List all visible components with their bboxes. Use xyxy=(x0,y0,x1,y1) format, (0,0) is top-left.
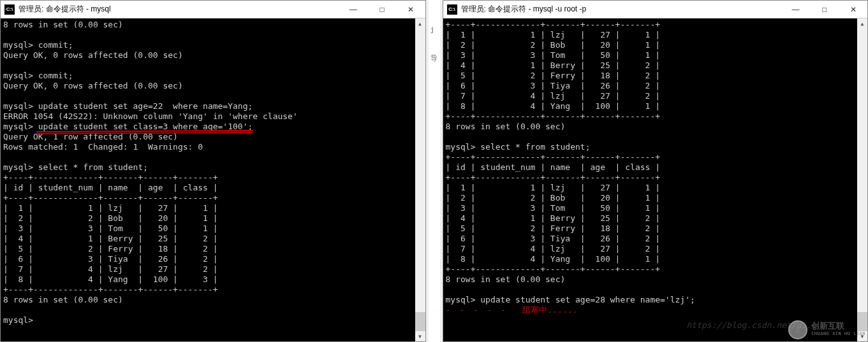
left-window-buttons: — □ ✕ xyxy=(339,1,425,18)
terminal-line: mysql> select * from student; xyxy=(3,162,423,173)
right-window-buttons: — □ ✕ xyxy=(781,1,867,18)
scroll-thumb[interactable] xyxy=(415,312,425,331)
terminal-line: | 1 | 1 | lzj | 27 | 1 | xyxy=(446,183,865,193)
terminal-line xyxy=(446,132,865,142)
scroll-track[interactable] xyxy=(857,29,867,331)
left-window-title: 管理员: 命令提示符 - mysql xyxy=(18,4,339,15)
scroll-track[interactable] xyxy=(415,29,425,331)
terminal-line: +----+-------------+-------+------+-----… xyxy=(446,173,865,183)
left-terminal-body[interactable]: 8 rows in set (0.00 sec) mysql> commit;Q… xyxy=(1,18,425,341)
watermark-logo-icon: X xyxy=(788,320,807,339)
terminal-line: | 3 | 3 | Tom | 50 | 1 | xyxy=(446,50,865,61)
terminal-line: | 5 | 2 | Ferry | 18 | 2 | xyxy=(446,224,865,234)
gap-marker xyxy=(429,39,440,53)
cmd-icon: C:\ xyxy=(447,4,457,15)
scroll-up-icon[interactable]: ▲ xyxy=(415,18,425,29)
terminal-line: mysql> select * from student; xyxy=(446,142,865,152)
terminal-line: | 1 | 1 | lzj | 27 | 1 | xyxy=(3,203,423,213)
terminal-line: +----+-------------+-------+------+-----… xyxy=(446,20,865,30)
terminal-line: | 6 | 3 | Tiya | 26 | 2 | xyxy=(446,234,865,244)
red-dashes: - - - - - xyxy=(446,305,508,315)
watermark-line2: CHUANG XIN HU LIAN xyxy=(811,330,865,338)
right-title-bar[interactable]: C:\ 管理员: 命令提示符 - mysql -u root -p — □ ✕ xyxy=(443,1,868,18)
terminal-line: | 1 | 1 | lzj | 27 | 1 | xyxy=(446,30,865,40)
left-terminal-window: C:\ 管理员: 命令提示符 - mysql — □ ✕ 8 rows in s… xyxy=(0,0,426,342)
terminal-line: | 2 | 2 | Bob | 20 | 1 | xyxy=(446,40,865,50)
right-scrollbar[interactable]: ▲ ▼ xyxy=(857,18,867,341)
terminal-line: mysql> xyxy=(3,315,423,325)
watermark-line1: 创新互联 xyxy=(811,322,865,330)
terminal-line: | 7 | 4 | lzj | 27 | 2 | xyxy=(3,264,423,274)
terminal-line: Query OK, 0 rows affected (0.00 sec) xyxy=(3,81,423,91)
watermark-text: 创新互联 CHUANG XIN HU LIAN xyxy=(811,322,865,338)
terminal-line xyxy=(446,285,865,295)
terminal-line: mysql> commit; xyxy=(3,71,423,81)
minimize-button[interactable]: — xyxy=(339,1,368,18)
blocking-annotation: - - - - - 阻塞中...... xyxy=(446,305,865,315)
terminal-line: | 4 | 1 | Berry | 25 | 2 | xyxy=(3,234,423,244)
terminal-line: 8 rows in set (0.00 sec) xyxy=(3,20,423,30)
terminal-line: | 8 | 4 | Yang | 100 | 1 | xyxy=(446,254,865,264)
terminal-line: +----+-------------+-------+------+-----… xyxy=(446,264,865,274)
terminal-line: +----+-------------+-------+------+-----… xyxy=(3,193,423,203)
close-button[interactable]: ✕ xyxy=(839,1,867,18)
terminal-line: Query OK, 0 rows affected (0.00 sec) xyxy=(3,50,423,61)
terminal-line: mysql> commit; xyxy=(3,40,423,50)
terminal-line: | id | student_num | name | age | class … xyxy=(3,183,423,193)
terminal-line: 8 rows in set (0.00 sec) xyxy=(3,295,423,305)
terminal-line: | 6 | 3 | Tiya | 26 | 2 | xyxy=(3,254,423,264)
middle-gap: j 导 xyxy=(429,0,440,342)
terminal-line: | 3 | 3 | Tom | 50 | 1 | xyxy=(3,224,423,234)
terminal-line: 8 rows in set (0.00 sec) xyxy=(446,122,865,132)
terminal-line: mysql> update student set age=28 where n… xyxy=(446,295,865,305)
terminal-line: | 7 | 4 | lzj | 27 | 2 | xyxy=(446,244,865,254)
terminal-line xyxy=(3,30,423,40)
terminal-line: | 8 | 4 | Yang | 100 | 3 | xyxy=(3,274,423,285)
right-window-title: 管理员: 命令提示符 - mysql -u root -p xyxy=(461,4,782,15)
terminal-line: +----+-------------+-------+------+-----… xyxy=(446,152,865,162)
terminal-line: | 8 | 4 | Yang | 100 | 1 | xyxy=(446,101,865,111)
terminal-line: +----+-------------+-------+------+-----… xyxy=(3,173,423,183)
right-terminal-body[interactable]: +----+-------------+-------+------+-----… xyxy=(443,18,868,341)
left-title-bar[interactable]: C:\ 管理员: 命令提示符 - mysql — □ ✕ xyxy=(1,1,425,18)
maximize-button[interactable]: □ xyxy=(810,1,839,18)
terminal-line: mysql> update student set age=22 where n… xyxy=(3,101,423,111)
terminal-line: | 4 | 1 | Berry | 25 | 2 | xyxy=(446,213,865,224)
terminal-line: | 2 | 2 | Bob | 20 | 1 | xyxy=(3,213,423,224)
terminal-line: ERROR 1054 (42S22): Unknown column 'Yang… xyxy=(3,111,423,122)
terminal-line: Rows matched: 1 Changed: 1 Warnings: 0 xyxy=(3,142,423,152)
scroll-down-icon[interactable]: ▼ xyxy=(415,331,425,341)
terminal-line: | 7 | 4 | lzj | 27 | 2 | xyxy=(446,91,865,101)
terminal-line xyxy=(3,61,423,71)
maximize-button[interactable]: □ xyxy=(368,1,397,18)
terminal-line xyxy=(3,305,423,315)
terminal-line: | 3 | 3 | Tom | 50 | 1 | xyxy=(446,203,865,213)
terminal-line xyxy=(3,152,423,162)
blocking-text: 阻塞中...... xyxy=(522,305,577,315)
terminal-line: | 4 | 1 | Berry | 25 | 2 | xyxy=(446,61,865,71)
watermark: X 创新互联 CHUANG XIN HU LIAN xyxy=(788,320,865,339)
minimize-button[interactable]: — xyxy=(781,1,810,18)
left-scrollbar[interactable]: ▲ ▼ xyxy=(415,18,425,341)
terminal-line: +----+-------------+-------+------+-----… xyxy=(3,285,423,295)
terminal-line: 8 rows in set (0.00 sec) xyxy=(446,274,865,285)
windows-container: C:\ 管理员: 命令提示符 - mysql — □ ✕ 8 rows in s… xyxy=(0,0,868,342)
close-button[interactable]: ✕ xyxy=(397,1,425,18)
terminal-line xyxy=(3,91,423,101)
terminal-line: +----+-------------+-------+------+-----… xyxy=(446,111,865,122)
terminal-line: | id | student_num | name | age | class … xyxy=(446,162,865,173)
terminal-line: | 6 | 3 | Tiya | 26 | 2 | xyxy=(446,81,865,91)
terminal-line: | 5 | 2 | Ferry | 18 | 2 | xyxy=(446,71,865,81)
right-terminal-window: C:\ 管理员: 命令提示符 - mysql -u root -p — □ ✕ … xyxy=(443,0,869,342)
terminal-line: | 5 | 2 | Ferry | 18 | 2 | xyxy=(3,244,423,254)
scroll-up-icon[interactable]: ▲ xyxy=(857,18,867,29)
gap-marker: j xyxy=(429,25,440,39)
terminal-line: | 2 | 2 | Bob | 20 | 1 | xyxy=(446,193,865,203)
gap-marker: 导 xyxy=(429,53,440,68)
cmd-icon: C:\ xyxy=(4,4,15,15)
